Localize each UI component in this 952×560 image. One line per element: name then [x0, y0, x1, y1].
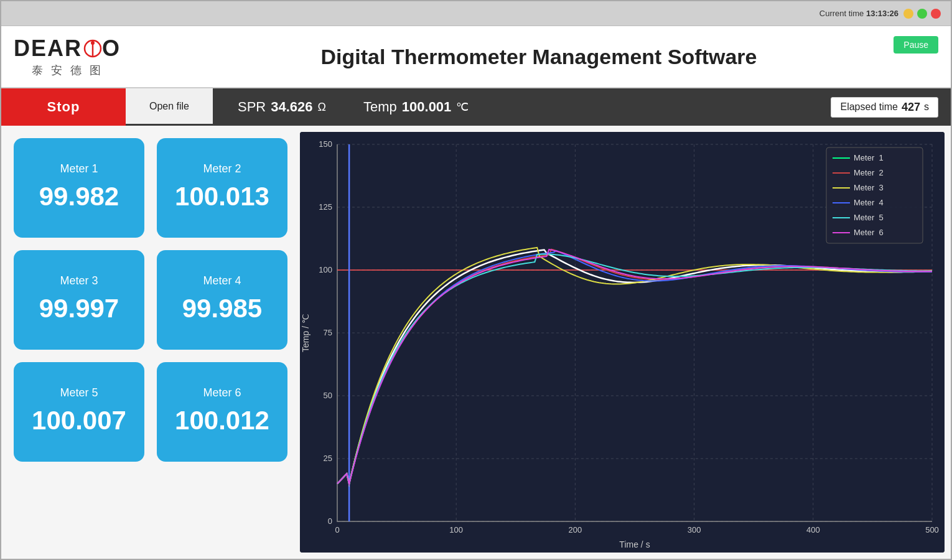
- meter-row-1: Meter 1 99.982 Meter 2 100.013: [14, 138, 287, 238]
- meter-card-2: Meter 2 100.013: [157, 138, 287, 238]
- spr-display: SPR 34.626 Ω: [238, 99, 326, 115]
- meter-5-label: Meter 5: [60, 386, 98, 399]
- window-controls: [903, 9, 941, 19]
- meter-4-value: 99.985: [182, 294, 262, 324]
- meter-2-value: 100.013: [175, 182, 269, 212]
- meter-row-2: Meter 3 99.997 Meter 4 99.985: [14, 250, 287, 350]
- logo-text: DEAR O: [14, 35, 121, 62]
- minimize-button[interactable]: [903, 9, 913, 19]
- meter-4-label: Meter 4: [203, 274, 241, 287]
- pause-button[interactable]: Pause: [894, 36, 938, 54]
- chart-area: [300, 132, 945, 553]
- chart-canvas: [300, 132, 945, 553]
- meter-3-label: Meter 3: [60, 274, 98, 287]
- temp-unit: ℃: [456, 100, 469, 114]
- logo-chinese: 泰 安 德 图: [32, 63, 103, 78]
- meter-6-value: 100.012: [175, 406, 269, 436]
- temp-label: Temp: [363, 99, 397, 115]
- open-file-button[interactable]: Open file: [126, 88, 213, 126]
- main-content: Meter 1 99.982 Meter 2 100.013 Meter 3 9…: [1, 126, 951, 559]
- meter-1-value: 99.982: [39, 182, 119, 212]
- toolbar: Stop Open file SPR 34.626 Ω Temp 100.001…: [1, 88, 951, 126]
- logo-letters: DEAR: [14, 35, 82, 62]
- elapsed-unit: s: [924, 101, 929, 113]
- current-time-value: 13:13:26: [866, 9, 898, 18]
- app-title: Digital Thermometer Management Software: [139, 45, 938, 69]
- temp-value: 100.001: [402, 99, 452, 115]
- logo-icon: [83, 39, 102, 58]
- svg-point-2: [91, 41, 95, 45]
- elapsed-label: Elapsed time: [840, 101, 898, 113]
- meter-3-value: 99.997: [39, 294, 119, 324]
- logo-letters-2: O: [102, 35, 121, 62]
- spr-unit: Ω: [318, 101, 326, 114]
- titlebar: Current time 13:13:26: [1, 1, 951, 26]
- spr-value: 34.626: [271, 99, 312, 115]
- meter-card-1: Meter 1 99.982: [14, 138, 144, 238]
- meter-card-4: Meter 4 99.985: [157, 250, 287, 350]
- meter-5-value: 100.007: [32, 406, 126, 436]
- meter-card-5: Meter 5 100.007: [14, 362, 144, 462]
- elapsed-display: Elapsed time 427 s: [831, 97, 938, 118]
- spr-label: SPR: [238, 99, 266, 115]
- maximize-button[interactable]: [917, 9, 927, 19]
- current-time-label: Current time 13:13:26: [819, 9, 898, 18]
- meter-6-label: Meter 6: [203, 386, 241, 399]
- meter-card-6: Meter 6 100.012: [157, 362, 287, 462]
- elapsed-value: 427: [902, 101, 920, 114]
- meter-1-label: Meter 1: [60, 162, 98, 175]
- header: DEAR O 泰 安 德 图 Digital Thermometer Manag…: [1, 26, 951, 88]
- meter-card-3: Meter 3 99.997: [14, 250, 144, 350]
- meter-row-3: Meter 5 100.007 Meter 6 100.012: [14, 362, 287, 462]
- left-panel: Meter 1 99.982 Meter 2 100.013 Meter 3 9…: [1, 126, 300, 559]
- close-button[interactable]: [931, 9, 941, 19]
- logo-area: DEAR O 泰 安 德 图: [14, 35, 121, 78]
- temp-display: Temp 100.001 ℃: [363, 99, 469, 115]
- meter-2-label: Meter 2: [203, 162, 241, 175]
- stop-button[interactable]: Stop: [1, 88, 126, 126]
